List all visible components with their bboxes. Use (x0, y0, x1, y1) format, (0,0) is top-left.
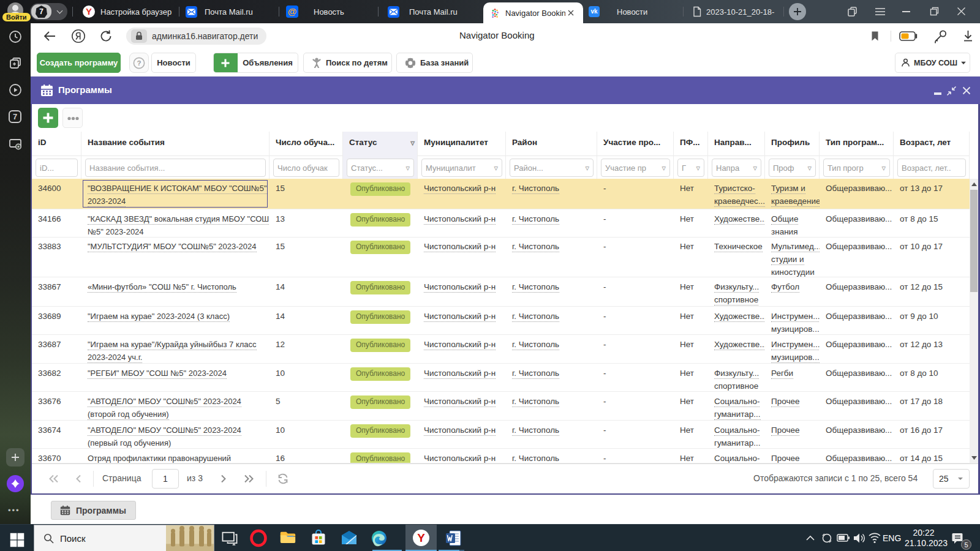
svg-text:?: ? (137, 59, 141, 67)
